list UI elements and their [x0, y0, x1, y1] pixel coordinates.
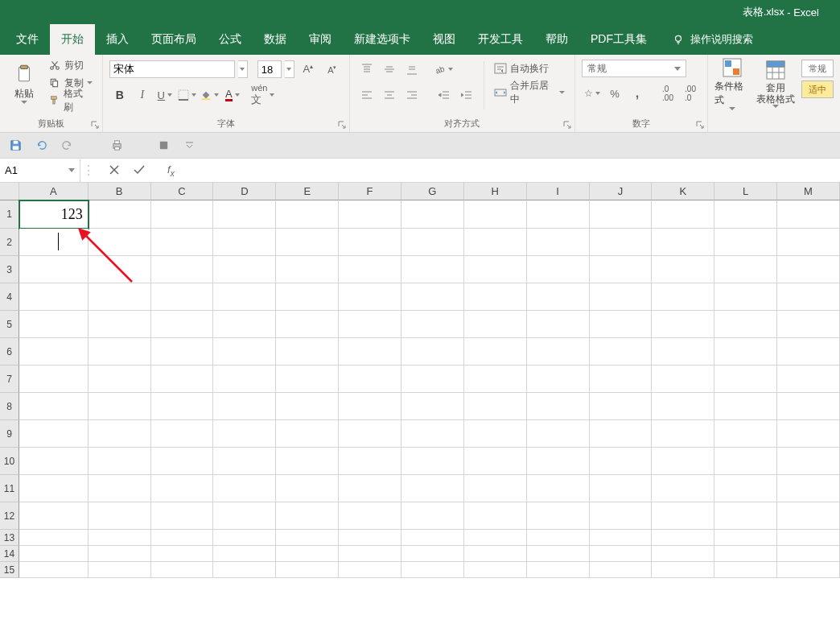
tab-layout[interactable]: 页面布局 — [140, 24, 208, 55]
cell-A6[interactable] — [19, 338, 89, 366]
cell-C8[interactable] — [151, 393, 214, 420]
cell-E3[interactable] — [276, 256, 339, 283]
cell-K13[interactable] — [652, 530, 714, 546]
cell-D5[interactable] — [213, 311, 276, 338]
cell-A10[interactable] — [19, 448, 89, 475]
cell-E7[interactable] — [276, 366, 339, 393]
row-header-3[interactable]: 3 — [0, 256, 19, 283]
cell-H12[interactable] — [464, 502, 527, 530]
row-header-14[interactable]: 14 — [0, 546, 19, 562]
orientation-button[interactable]: ab — [434, 60, 455, 79]
cell-M4[interactable] — [777, 283, 840, 311]
redo-button[interactable] — [58, 137, 76, 155]
cell-D2[interactable] — [213, 229, 276, 256]
underline-button[interactable]: U — [154, 85, 175, 105]
cell-C7[interactable] — [151, 366, 214, 393]
cell-D1[interactable] — [213, 200, 276, 229]
undo-button[interactable] — [32, 137, 50, 155]
row-header-2[interactable]: 2 — [0, 229, 19, 256]
column-header-I[interactable]: I — [527, 183, 590, 200]
row-header-8[interactable]: 8 — [0, 393, 19, 420]
cell-A11[interactable] — [19, 475, 89, 502]
cell-L9[interactable] — [714, 420, 777, 448]
cell-H10[interactable] — [464, 448, 527, 475]
cell-A4[interactable] — [19, 283, 89, 311]
align-center-button[interactable] — [379, 85, 400, 105]
cell-H5[interactable] — [464, 311, 527, 338]
cell-M9[interactable] — [777, 420, 840, 448]
cell-I10[interactable] — [527, 448, 590, 475]
cell-A13[interactable] — [19, 530, 89, 546]
cell-I2[interactable] — [527, 229, 590, 256]
cell-K1[interactable] — [652, 200, 714, 229]
cell-G10[interactable] — [401, 448, 464, 475]
cell-D4[interactable] — [213, 283, 276, 311]
decrease-decimal-button[interactable]: .00.0 — [680, 84, 701, 103]
cell-K10[interactable] — [652, 448, 714, 475]
cell-H14[interactable] — [464, 546, 527, 562]
row-header-11[interactable]: 11 — [0, 475, 19, 502]
confirm-edit-button[interactable] — [134, 163, 145, 178]
cell-I15[interactable] — [527, 562, 590, 578]
cell-L6[interactable] — [714, 338, 777, 366]
cell-C2[interactable] — [151, 229, 214, 256]
cell-A14[interactable] — [19, 546, 89, 562]
cell-J15[interactable] — [590, 562, 653, 578]
cell-B15[interactable] — [89, 562, 151, 578]
cell-H6[interactable] — [464, 338, 527, 366]
cell-B4[interactable] — [89, 283, 151, 311]
cell-K6[interactable] — [652, 338, 714, 366]
cell-E6[interactable] — [276, 338, 339, 366]
alignment-dialog-launcher[interactable] — [562, 120, 572, 130]
cell-L3[interactable] — [714, 256, 777, 283]
cell-H4[interactable] — [464, 283, 527, 311]
save-button[interactable] — [6, 137, 24, 155]
cell-F12[interactable] — [339, 502, 401, 530]
bold-button[interactable]: B — [109, 85, 130, 105]
cell-M10[interactable] — [777, 448, 840, 475]
cell-G12[interactable] — [401, 502, 464, 530]
cell-D9[interactable] — [213, 420, 276, 448]
cell-F4[interactable] — [339, 283, 401, 311]
column-header-H[interactable]: H — [464, 183, 527, 200]
cell-I7[interactable] — [527, 366, 590, 393]
cell-B7[interactable] — [89, 366, 151, 393]
cell-B6[interactable] — [89, 338, 151, 366]
cell-J14[interactable] — [590, 546, 653, 562]
align-right-button[interactable] — [401, 85, 422, 105]
comma-button[interactable]: , — [627, 84, 648, 103]
cell-B1[interactable] — [89, 200, 151, 229]
cell-E13[interactable] — [276, 530, 339, 546]
cell-A7[interactable] — [19, 366, 89, 393]
column-header-G[interactable]: G — [401, 183, 464, 200]
cut-button[interactable]: 剪切 — [45, 56, 96, 74]
cell-C5[interactable] — [151, 311, 214, 338]
touch-mode-button[interactable] — [154, 137, 172, 155]
column-header-F[interactable]: F — [339, 183, 401, 200]
italic-button[interactable]: I — [132, 85, 153, 105]
column-header-A[interactable]: A — [19, 183, 89, 200]
cell-C9[interactable] — [151, 420, 214, 448]
cell-K4[interactable] — [652, 283, 714, 311]
cell-M7[interactable] — [777, 366, 840, 393]
font-size-dropdown[interactable] — [285, 60, 294, 78]
cell-F9[interactable] — [339, 420, 401, 448]
cell-C12[interactable] — [151, 502, 214, 530]
cell-J6[interactable] — [590, 338, 653, 366]
cell-A1[interactable]: 123 — [19, 200, 89, 229]
cell-K5[interactable] — [652, 311, 714, 338]
cell-H13[interactable] — [464, 530, 527, 546]
cell-C13[interactable] — [151, 530, 214, 546]
cell-L4[interactable] — [714, 283, 777, 311]
cell-I13[interactable] — [527, 530, 590, 546]
cell-D3[interactable] — [213, 256, 276, 283]
cell-K9[interactable] — [652, 420, 714, 448]
cell-D7[interactable] — [213, 366, 276, 393]
cell-J7[interactable] — [590, 366, 653, 393]
cell-H9[interactable] — [464, 420, 527, 448]
cell-F3[interactable] — [339, 256, 401, 283]
align-left-button[interactable] — [356, 85, 377, 105]
accounting-format-button[interactable]: ☆ — [582, 84, 603, 103]
row-header-5[interactable]: 5 — [0, 311, 19, 338]
cell-G2[interactable] — [401, 229, 464, 256]
